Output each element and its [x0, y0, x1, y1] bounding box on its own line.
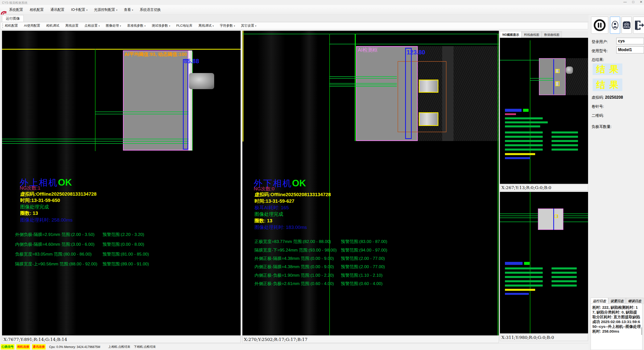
tab-run-image[interactable]: 运行图像	[2, 15, 24, 22]
toolbar-camera-config[interactable]: 相机配置	[5, 23, 18, 28]
system-resource-text: Cpu: 0.0% Memory: 3424.41796875M	[49, 345, 100, 349]
measurement-text: 内侧正极-隔膜=4.38mm 范围:(0.00 - 9.00)	[254, 264, 334, 270]
green-horizontal-line	[530, 80, 554, 81]
minimize-button[interactable]: —	[623, 0, 627, 4]
toolbar-offline-debug[interactable]: 离线调试▾	[199, 23, 214, 28]
toolbar-char-params[interactable]: 字符参数▾	[220, 23, 235, 28]
micro-text-line	[505, 293, 529, 295]
left-camera-view[interactable]: AI平均阈值:93, 动态阈值:100 85.88 外上相机OK NG次数:1 …	[2, 31, 241, 335]
measurement-text: 负极宽度=83.05mm 范围:(80.00 - 86.00)	[15, 251, 92, 257]
close-button[interactable]: ✕	[640, 0, 642, 4]
toolbar-camera-debug[interactable]: 相机调试	[46, 23, 59, 28]
green-horizontal-line	[530, 78, 554, 79]
green-vertical-line	[192, 52, 193, 151]
left-coordinate-bar: X:7677;Y:891;R:14;G:14;B:14	[2, 336, 241, 343]
micro-text-line	[552, 280, 577, 282]
toolbar-offline-setting[interactable]: 离线设置	[65, 23, 78, 28]
top-thumbnail-coordinate-bar: X:267;Y:13;R:0;G:0;B:0	[500, 184, 588, 191]
measure-roi-box	[405, 48, 412, 139]
micro-text-line	[552, 136, 578, 138]
toolbar-item-label: 离线调试	[199, 24, 212, 27]
measurement-warn: 预警范围:(81.00 - 85.00)	[103, 251, 149, 257]
tab-detect-box	[555, 69, 560, 73]
menu-item-camera-config[interactable]: 相机配置	[30, 8, 44, 12]
negative-tab-count-label: 负极耳数量:	[592, 124, 611, 129]
measurement-text: 隔膜宽度-上=90.56mm 范围:(88.00 - 92.00)	[15, 261, 97, 267]
metal-tab-object	[566, 66, 573, 74]
toolbar-item-label: 其它设置	[241, 24, 254, 27]
bottom-thumbnail-view[interactable]	[500, 192, 588, 333]
pause-icon	[593, 19, 606, 32]
tab-line-curve[interactable]: 料线曲线图	[522, 31, 542, 38]
chevron-down-icon: ▾	[169, 25, 170, 27]
chevron-down-icon: ▾	[132, 9, 133, 11]
login-user-label: 登录用户:	[592, 40, 608, 44]
toolbar-plc-address-lib[interactable]: PLC地址库	[176, 23, 192, 28]
green-horizontal-line	[329, 78, 397, 79]
micro-text-line	[505, 144, 543, 146]
tab-ng-screenshot[interactable]: NG截图显示	[500, 31, 522, 38]
user-login-button[interactable]	[610, 17, 620, 34]
login-user-input[interactable]: cys	[616, 38, 644, 44]
green-horizontal-line	[329, 85, 397, 85]
toolbar-spot-check-setting[interactable]: 点检设置▾	[84, 23, 100, 28]
menu-item-system-config[interactable]: 系统配置	[9, 8, 23, 12]
menu-item-view[interactable]: 查看▾	[124, 8, 133, 12]
micro-text-line	[552, 267, 577, 269]
green-horizontal-line	[329, 83, 397, 84]
menu-item-label: 光源控制配置	[94, 8, 115, 12]
measurement-warn: 预警范围:(89.00 - 91.00)	[103, 261, 149, 267]
virtual-code-text: 虚拟码:Offline20250208133134728	[20, 191, 96, 197]
micro-text-line	[505, 131, 543, 133]
menu-item-language-switch[interactable]: 系统语言切换	[140, 8, 161, 12]
menu-item-io-card-config[interactable]: IO卡配置▾	[71, 8, 87, 12]
toolbar-item-label: 图像处理	[106, 24, 119, 27]
green-horizontal-line	[329, 76, 397, 77]
measurement-warn: 预警范围:(2.20 - 3.20)	[103, 232, 144, 237]
micro-text-line	[505, 280, 543, 282]
toolbar-baseline-params[interactable]: 基准线参数▾	[127, 23, 146, 28]
users-group-icon	[623, 21, 631, 29]
loop-count-text: 圈数: 13	[254, 218, 272, 224]
metal-tab-object	[189, 73, 214, 89]
toolbar-item-label: 测试项参数	[152, 24, 168, 27]
top-thumbnail-view[interactable]	[500, 38, 588, 184]
chevron-down-icon: ▾	[213, 25, 214, 27]
chevron-down-icon: ▾	[116, 9, 117, 11]
result-text: 结果	[596, 79, 622, 91]
exit-button[interactable]	[633, 17, 644, 34]
label-text: 虚拟码:	[592, 95, 604, 99]
process-done-text: 图像处理完成	[20, 204, 49, 210]
measurement-warn: 预警范围:(2.00 - 77.00)	[341, 256, 385, 261]
mini-product-region	[538, 208, 563, 230]
toolbar-other-settings[interactable]: 其它设置▾	[241, 23, 256, 28]
coordinate-text: X:267;Y:13;R:0;G:0;B:0	[501, 185, 551, 190]
toolbar-grip-handle[interactable]	[2, 24, 3, 28]
menu-item-light-control-config[interactable]: 光源控制配置▾	[94, 8, 117, 12]
total-result-label: 总结果:	[592, 57, 604, 62]
log-scrollbar[interactable]	[641, 327, 642, 335]
green-horizontal-line	[2, 141, 188, 142]
ng-count-text: NG次数:1	[20, 185, 40, 191]
model-input[interactable]: Model1	[616, 46, 644, 53]
maximize-button[interactable]: □	[632, 0, 634, 4]
pause-button[interactable]	[591, 17, 608, 34]
exit-door-icon	[634, 20, 644, 31]
toolbar-image-processing[interactable]: 图像处理▾	[106, 23, 121, 28]
measurement-warn: 预警范围:(0.60 - 4.00)	[341, 281, 382, 287]
tab-detect-box	[419, 80, 438, 93]
middle-camera-view[interactable]: AI检测框 123.80 外下相机OK NG次数:0 虚拟码:Offline20…	[242, 31, 499, 335]
user-manage-button[interactable]	[622, 17, 632, 34]
app-window: CYS-视觉检测系统 — □ ✕ 系统配置 相机配置 通讯配置 IO卡配置▾ 光…	[0, 0, 644, 350]
menu-item-comm-config[interactable]: 通讯配置	[50, 8, 65, 12]
view-tab-row: 运行图像	[0, 15, 589, 22]
micro-text-line	[523, 109, 529, 112]
ai-detect-box-label: AI检测框	[358, 47, 378, 53]
measure-roi-box	[183, 59, 188, 150]
toolbar-test-item-params[interactable]: 测试项参数▾	[152, 23, 170, 28]
micro-text-line	[552, 144, 578, 146]
textured-electrode-region	[566, 58, 588, 95]
tab-data-curve[interactable]: 数据曲线图	[542, 31, 562, 38]
log-text: 耗时: 222, 缺陷检测耗时: 17, 缺陷分类耗时: 0, 缺陷提取分区耗时…	[592, 305, 641, 333]
toolbar-ai-use-config[interactable]: AI使用配置	[24, 23, 40, 28]
